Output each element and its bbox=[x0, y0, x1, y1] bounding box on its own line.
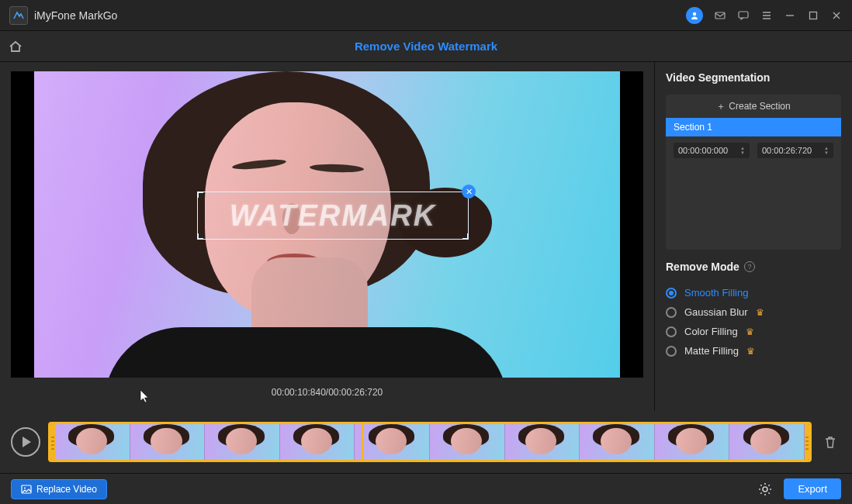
timeline-thumbnail[interactable] bbox=[505, 424, 580, 460]
watermark-overlay-text: WATERMARK bbox=[230, 199, 436, 233]
timeline-thumbnail[interactable] bbox=[55, 424, 130, 460]
titlebar: iMyFone MarkGo bbox=[0, 0, 852, 31]
mode-label: Color Filling bbox=[684, 326, 738, 337]
svg-rect-2 bbox=[739, 12, 748, 18]
radio-icon bbox=[666, 326, 677, 337]
resize-handle-bl[interactable] bbox=[197, 233, 203, 240]
home-button[interactable] bbox=[0, 39, 31, 54]
timeline-thumbnail[interactable] bbox=[430, 424, 505, 460]
start-time-stepper[interactable]: 00:00:00:000 ▲▼ bbox=[674, 143, 750, 158]
svg-point-5 bbox=[24, 487, 26, 488]
remove-mode-option[interactable]: Gaussian Blur♛ bbox=[666, 306, 841, 318]
export-label: Export bbox=[798, 483, 827, 495]
section-item[interactable]: Section 1 bbox=[666, 118, 841, 136]
stepper-arrows-icon[interactable]: ▲▼ bbox=[824, 146, 829, 155]
mail-icon[interactable] bbox=[714, 9, 726, 22]
crown-icon: ♛ bbox=[756, 307, 764, 318]
page-title: Remove Video Watermark bbox=[355, 40, 497, 53]
svg-point-0 bbox=[693, 12, 696, 15]
section-name: Section 1 bbox=[674, 122, 712, 133]
timeline-row bbox=[0, 411, 852, 473]
start-time-value: 00:00:00:000 bbox=[678, 146, 728, 155]
end-time-stepper[interactable]: 00:00:26:720 ▲▼ bbox=[757, 143, 833, 158]
timeline-thumbnail[interactable] bbox=[729, 424, 805, 460]
crown-icon: ♛ bbox=[746, 326, 754, 337]
timeline-thumbnail[interactable] bbox=[580, 424, 655, 460]
timeline-thumbnail[interactable] bbox=[655, 424, 730, 460]
stepper-arrows-icon[interactable]: ▲▼ bbox=[740, 146, 745, 155]
mode-label: Smooth Filling bbox=[684, 287, 748, 299]
svg-rect-1 bbox=[715, 12, 725, 19]
gear-icon bbox=[757, 482, 773, 497]
trim-handle-right[interactable] bbox=[805, 424, 809, 460]
segmentation-box: ＋ Create Section Section 1 00:00:00:000 … bbox=[666, 95, 841, 250]
timeline[interactable] bbox=[48, 422, 812, 462]
preview-pane: WATERMARK ✕ 00:00:10:840/00:00:26:720 bbox=[0, 62, 654, 411]
remove-mode-option[interactable]: Matte Filling♛ bbox=[666, 345, 841, 357]
replace-video-button[interactable]: Replace Video bbox=[11, 479, 107, 499]
timeline-thumbnail[interactable] bbox=[355, 424, 430, 460]
remove-mode-option[interactable]: Smooth Filling bbox=[666, 287, 841, 299]
radio-icon bbox=[666, 288, 677, 299]
video-preview[interactable]: WATERMARK ✕ bbox=[11, 71, 643, 378]
menu-icon[interactable] bbox=[760, 9, 773, 22]
mode-label: Matte Filling bbox=[684, 345, 739, 357]
header-row: Remove Video Watermark bbox=[0, 31, 852, 62]
radio-icon bbox=[666, 346, 677, 357]
image-icon bbox=[21, 484, 32, 495]
timecode-display: 00:00:10:840/00:00:26:720 bbox=[11, 378, 643, 398]
create-section-button[interactable]: ＋ Create Section bbox=[666, 95, 841, 118]
resize-handle-tl[interactable] bbox=[197, 192, 203, 198]
play-icon bbox=[23, 437, 31, 447]
play-button[interactable] bbox=[11, 427, 40, 457]
app-logo-icon bbox=[9, 6, 28, 25]
timeline-thumbnail[interactable] bbox=[205, 424, 280, 460]
main-area: WATERMARK ✕ 00:00:10:840/00:00:26:720 Vi… bbox=[0, 62, 852, 411]
playhead[interactable] bbox=[362, 422, 363, 461]
segmentation-title: Video Segmentation bbox=[666, 71, 841, 84]
thumbnail-strip[interactable] bbox=[55, 424, 805, 460]
remove-mode-title: Remove Mode bbox=[666, 261, 739, 273]
bottom-right: Export bbox=[757, 478, 841, 499]
svg-point-6 bbox=[763, 487, 767, 492]
remove-mode-option[interactable]: Color Filling♛ bbox=[666, 326, 841, 337]
resize-handle-br[interactable] bbox=[462, 233, 469, 240]
create-section-label: Create Section bbox=[729, 101, 790, 112]
remove-mode-list: Smooth FillingGaussian Blur♛Color Fillin… bbox=[666, 287, 841, 357]
svg-rect-3 bbox=[810, 12, 817, 19]
titlebar-right bbox=[686, 7, 843, 24]
user-account-icon[interactable] bbox=[686, 7, 703, 24]
bottom-bar: Replace Video Export bbox=[0, 473, 852, 504]
plus-icon: ＋ bbox=[716, 100, 726, 113]
delete-button[interactable] bbox=[819, 431, 841, 453]
side-panel: Video Segmentation ＋ Create Section Sect… bbox=[654, 62, 852, 411]
minimize-icon[interactable] bbox=[784, 9, 796, 22]
export-button[interactable]: Export bbox=[784, 478, 841, 499]
info-icon[interactable]: ? bbox=[744, 261, 755, 272]
maximize-icon[interactable] bbox=[807, 9, 819, 22]
titlebar-left: iMyFone MarkGo bbox=[9, 6, 117, 25]
radio-icon bbox=[666, 307, 677, 318]
close-icon[interactable] bbox=[830, 9, 843, 22]
settings-button[interactable] bbox=[757, 482, 773, 497]
timeline-thumbnail[interactable] bbox=[280, 424, 355, 460]
watermark-selection-box[interactable]: WATERMARK ✕ bbox=[197, 192, 469, 240]
remove-selection-icon[interactable]: ✕ bbox=[462, 185, 476, 198]
crown-icon: ♛ bbox=[746, 346, 755, 357]
replace-video-label: Replace Video bbox=[36, 484, 97, 495]
end-time-value: 00:00:26:720 bbox=[762, 146, 812, 155]
time-inputs: 00:00:00:000 ▲▼ 00:00:26:720 ▲▼ bbox=[666, 136, 841, 164]
remove-mode-title-row: Remove Mode ? bbox=[666, 261, 841, 273]
feedback-icon[interactable] bbox=[737, 9, 750, 22]
app-title: iMyFone MarkGo bbox=[34, 9, 117, 22]
timeline-thumbnail[interactable] bbox=[130, 424, 206, 460]
mode-label: Gaussian Blur bbox=[684, 306, 748, 318]
